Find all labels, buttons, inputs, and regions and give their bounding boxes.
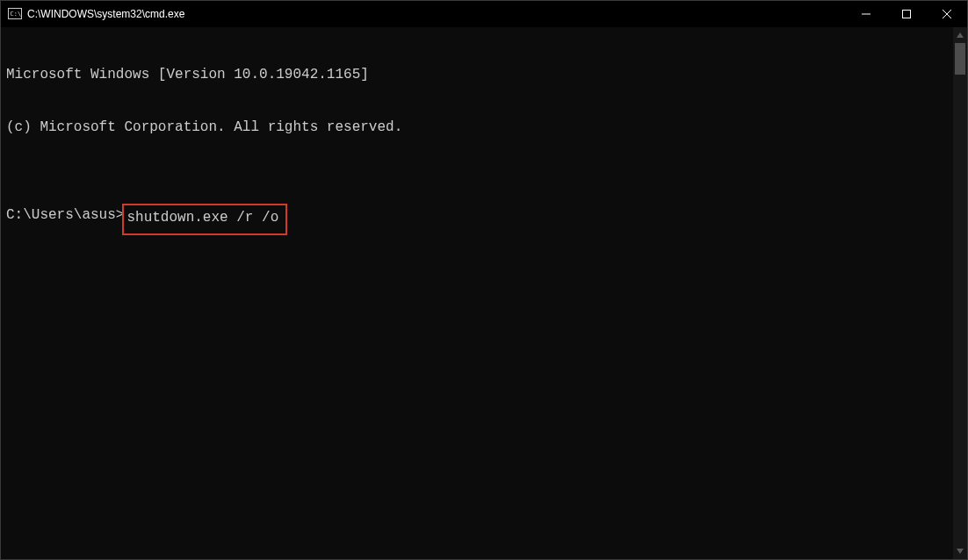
maximize-button[interactable] [886, 1, 927, 27]
minimize-button[interactable] [846, 1, 886, 27]
typed-command[interactable]: shutdown.exe /r /o [126, 210, 278, 226]
scroll-thumb[interactable] [955, 43, 965, 75]
scroll-up-arrow-icon[interactable] [953, 27, 967, 43]
version-line: Microsoft Windows [Version 10.0.19042.11… [6, 66, 951, 83]
client-area: Microsoft Windows [Version 10.0.19042.11… [1, 27, 967, 559]
svg-rect-3 [903, 11, 911, 18]
close-button[interactable] [927, 1, 967, 27]
scroll-down-arrow-icon[interactable] [953, 543, 967, 559]
console-output[interactable]: Microsoft Windows [Version 10.0.19042.11… [1, 27, 953, 559]
command-highlight-box: shutdown.exe /r /o [122, 204, 287, 235]
svg-marker-6 [957, 32, 964, 38]
window-title: C:\WINDOWS\system32\cmd.exe [27, 8, 184, 20]
titlebar[interactable]: C:\ C:\WINDOWS\system32\cmd.exe [1, 1, 967, 27]
vertical-scrollbar[interactable] [953, 27, 967, 559]
copyright-line: (c) Microsoft Corporation. All rights re… [6, 118, 951, 136]
cmd-window: C:\ C:\WINDOWS\system32\cmd.exe Microsof… [0, 0, 968, 560]
cmd-icon: C:\ [8, 7, 22, 21]
prompt-path: C:\Users\asus> [6, 206, 124, 224]
svg-text:C:\: C:\ [11, 11, 22, 18]
prompt-line: C:\Users\asus>shutdown.exe /r /o [6, 206, 951, 235]
window-controls [846, 1, 967, 27]
svg-marker-7 [957, 549, 964, 554]
